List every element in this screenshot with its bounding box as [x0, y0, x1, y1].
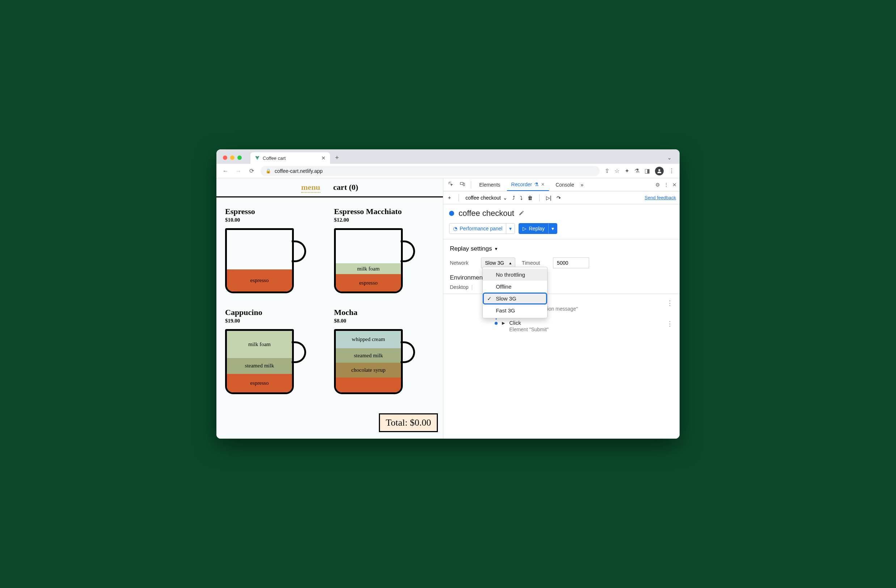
svg-rect-2 [463, 183, 465, 185]
side-panel-icon[interactable]: ◨ [645, 167, 650, 174]
env-desktop-label: Desktop [450, 284, 468, 290]
flask-icon: ⚗ [534, 182, 539, 187]
mug-graphic: milk foam espresso [334, 228, 417, 297]
cup-handle-icon [292, 341, 306, 363]
cup-handle-icon [292, 240, 306, 262]
nav-cart-link[interactable]: cart (0) [333, 182, 358, 193]
send-feedback-link[interactable]: Send feedback [645, 195, 676, 201]
svg-point-0 [658, 169, 660, 171]
back-button[interactable]: ← [221, 168, 229, 174]
gauge-icon: ◔ [453, 226, 457, 231]
toolbar-icons: ⇪ ☆ ✦ ⚗ ◨ ⋮ [605, 167, 675, 175]
product-espresso[interactable]: Espresso $10.00 espresso [225, 207, 325, 297]
layer-espresso: espresso [227, 374, 292, 392]
page-content: menu cart (0) Espresso $10.00 espresso E… [216, 178, 443, 439]
product-name: Mocha [334, 308, 434, 317]
cup-handle-icon [401, 240, 415, 262]
recorder-header: coffee checkout ◔Performance panel ▾ ▷Re… [443, 204, 680, 239]
cup-handle-icon [401, 341, 415, 363]
dt-menu-icon[interactable]: ⋮ [664, 182, 669, 188]
profile-avatar[interactable] [655, 167, 664, 175]
performance-panel-button[interactable]: ◔Performance panel ▾ [449, 223, 515, 234]
tab-elements[interactable]: Elements [475, 178, 504, 191]
product-price: $19.00 [225, 318, 325, 324]
recording-selector[interactable]: coffee checkout ⌄ [465, 195, 507, 201]
close-tab-icon[interactable]: ✕ [322, 155, 326, 161]
step-play-icon[interactable]: ▷| [546, 195, 552, 201]
layer-milkfoam: milk foam [336, 263, 401, 275]
replay-settings-heading[interactable]: Replay settings ▼ [450, 245, 673, 252]
timeout-label: Timeout [522, 260, 546, 266]
vue-favicon-icon [255, 155, 260, 161]
perf-dropdown-icon[interactable]: ▾ [506, 223, 515, 234]
reload-button[interactable]: ⟳ [247, 167, 256, 174]
product-mocha[interactable]: Mocha $8.00 whipped cream steamed milk c… [334, 308, 434, 398]
product-price: $8.00 [334, 318, 434, 324]
product-cappucino[interactable]: Cappucino $19.00 milk foam steamed milk … [225, 308, 325, 398]
step-menu-icon[interactable]: ⋮ [667, 299, 673, 307]
extensions-icon[interactable]: ✦ [625, 167, 629, 174]
total-box[interactable]: Total: $0.00 [379, 413, 438, 432]
bookmark-icon[interactable]: ☆ [614, 167, 620, 174]
minimize-window-button[interactable] [230, 155, 235, 160]
layer-chocsyrup: chocolate syrup [336, 363, 401, 378]
step-over-icon[interactable]: ↷ [556, 195, 561, 201]
device-toggle-icon[interactable] [458, 181, 467, 188]
inspect-icon[interactable] [446, 181, 456, 188]
close-window-button[interactable] [223, 155, 227, 160]
chrome-menu-icon[interactable]: ⋮ [669, 167, 675, 174]
browser-window: Coffee cart ✕ + ⌄ ← → ⟳ 🔒 coffee-cart.ne… [216, 149, 680, 439]
address-bar[interactable]: 🔒 coffee-cart.netlify.app [261, 166, 600, 176]
settings-gear-icon[interactable]: ⚙ [655, 182, 660, 188]
forward-button[interactable]: → [235, 168, 242, 174]
mug-graphic: milk foam steamed milk espresso [225, 329, 308, 398]
tab-recorder[interactable]: Recorder ⚗ ✕ [507, 178, 549, 191]
labs-icon[interactable]: ⚗ [634, 167, 639, 174]
edit-title-icon[interactable] [518, 209, 524, 218]
option-offline[interactable]: Offline [483, 281, 547, 293]
product-macchiato[interactable]: Espresso Macchiato $12.00 milk foam espr… [334, 207, 434, 297]
replay-settings: Replay settings ▼ Network Slow 3G ▲ Time… [443, 239, 680, 294]
tab-strip: Coffee cart ✕ + ⌄ [216, 149, 680, 164]
share-icon[interactable]: ⇪ [605, 167, 610, 174]
tabs-dropdown-icon[interactable]: ⌄ [667, 155, 672, 161]
nav-menu-link[interactable]: menu [301, 182, 320, 193]
network-label: Network [450, 260, 474, 266]
devtools-tab-bar: Elements Recorder ⚗ ✕ Console » ⚙ ⋮ ✕ [443, 178, 680, 191]
option-fast-3g[interactable]: Fast 3G [483, 304, 547, 316]
select-caret-icon: ▲ [509, 261, 512, 265]
export-icon[interactable]: ⤴ [512, 195, 515, 201]
url-text: coffee-cart.netlify.app [275, 168, 323, 174]
import-icon[interactable]: ⤵ [520, 195, 523, 201]
expand-step-icon[interactable]: ▶ [502, 321, 505, 325]
step-subtitle: Element "Submit" [509, 327, 662, 332]
maximize-window-button[interactable] [238, 155, 242, 160]
browser-tab[interactable]: Coffee cart ✕ [250, 152, 330, 164]
product-name: Espresso [225, 207, 325, 216]
product-price: $10.00 [225, 217, 325, 223]
replay-dropdown-icon[interactable]: ▾ [548, 223, 557, 234]
lock-icon: 🔒 [266, 169, 271, 173]
layer-steamedmilk: steamed milk [336, 348, 401, 363]
recording-title: coffee checkout [459, 209, 514, 218]
replay-button[interactable]: ▷Replay ▾ [518, 223, 557, 234]
more-tabs-icon[interactable]: » [581, 182, 584, 188]
option-no-throttling[interactable]: No throttling [483, 269, 547, 281]
add-recording-icon[interactable]: ＋ [447, 194, 452, 201]
delete-icon[interactable]: 🗑 [527, 195, 533, 201]
option-slow-3g[interactable]: Slow 3G [483, 293, 547, 304]
tab-console[interactable]: Console [551, 178, 578, 191]
new-tab-button[interactable]: + [335, 154, 339, 162]
layer-milkfoam: milk foam [227, 331, 292, 358]
tab-title: Coffee cart [263, 155, 285, 161]
close-tab-icon[interactable]: ✕ [541, 182, 545, 187]
product-price: $12.00 [334, 217, 434, 223]
close-devtools-icon[interactable]: ✕ [672, 182, 677, 188]
recording-steps: ▶ Click Element "Promotion message" ⋮ ▶ … [443, 294, 680, 345]
timeout-input[interactable] [553, 257, 589, 268]
step-row[interactable]: ▶ Click Element "Submit" ⋮ [490, 320, 673, 332]
mug-graphic: espresso [225, 228, 308, 297]
svg-rect-1 [460, 182, 463, 184]
product-name: Cappucino [225, 308, 325, 317]
step-menu-icon[interactable]: ⋮ [667, 320, 673, 328]
